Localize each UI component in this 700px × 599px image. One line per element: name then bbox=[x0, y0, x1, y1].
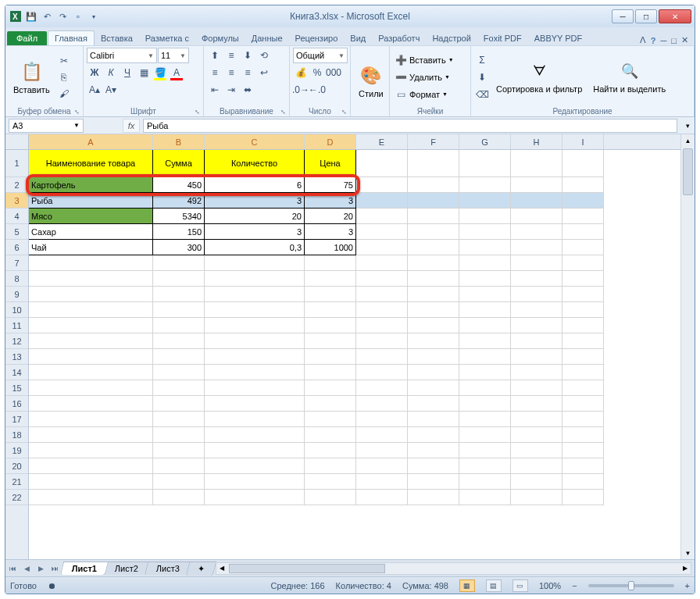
tab-review[interactable]: Рецензиро bbox=[289, 31, 345, 45]
fill-color-icon[interactable]: 🪣 bbox=[152, 65, 168, 80]
col-header-H[interactable]: H bbox=[511, 134, 562, 149]
cell-D5[interactable]: 3 bbox=[305, 224, 356, 240]
cell-A6[interactable]: Чай bbox=[29, 240, 153, 255]
cell-I8[interactable] bbox=[562, 271, 604, 287]
cell-A3[interactable]: Рыба bbox=[29, 193, 153, 209]
cell-F3[interactable] bbox=[408, 193, 459, 209]
cell-I15[interactable] bbox=[562, 380, 604, 396]
cell-F16[interactable] bbox=[408, 396, 459, 412]
cell-H6[interactable] bbox=[511, 240, 562, 255]
cell-G9[interactable] bbox=[459, 287, 511, 302]
cell-H2[interactable] bbox=[511, 177, 562, 193]
tab-dev[interactable]: Разработч bbox=[372, 31, 426, 45]
format-cells-button[interactable]: ▭Формат▼ bbox=[393, 87, 467, 102]
cell-C10[interactable] bbox=[205, 302, 305, 318]
cell-A9[interactable] bbox=[29, 287, 153, 302]
cell-H16[interactable] bbox=[511, 396, 562, 412]
delete-cells-button[interactable]: ➖Удалить▼ bbox=[393, 70, 467, 85]
cell-D14[interactable] bbox=[305, 365, 356, 380]
cell-H12[interactable] bbox=[511, 333, 562, 349]
cell-E4[interactable] bbox=[356, 209, 408, 224]
cell-E1[interactable] bbox=[356, 150, 408, 177]
align-bot-icon[interactable]: ⬇ bbox=[240, 48, 255, 63]
cell-G5[interactable] bbox=[459, 224, 511, 240]
cell-E8[interactable] bbox=[356, 271, 408, 287]
cell-B17[interactable] bbox=[153, 412, 205, 427]
copy-icon[interactable]: ⎘ bbox=[56, 70, 72, 85]
cell-F4[interactable] bbox=[408, 209, 459, 224]
clear-icon[interactable]: ⌫ bbox=[474, 87, 490, 102]
tab-insert[interactable]: Вставка bbox=[95, 31, 139, 45]
cell-D18[interactable] bbox=[305, 427, 356, 443]
cell-H11[interactable] bbox=[511, 318, 562, 333]
cell-C22[interactable] bbox=[205, 490, 305, 505]
cell-D22[interactable] bbox=[305, 490, 356, 505]
cell-G4[interactable] bbox=[459, 209, 511, 224]
cell-F7[interactable] bbox=[408, 255, 459, 271]
scroll-down-icon[interactable]: ▼ bbox=[681, 547, 695, 559]
insert-cells-button[interactable]: ➕Вставить▼ bbox=[393, 52, 467, 68]
minimize-button[interactable]: ─ bbox=[612, 9, 634, 23]
cell-G10[interactable] bbox=[459, 302, 511, 318]
cell-A8[interactable] bbox=[29, 271, 153, 287]
scroll-thumb[interactable] bbox=[683, 148, 693, 195]
border-icon[interactable]: ▦ bbox=[136, 65, 152, 80]
col-header-E[interactable]: E bbox=[356, 134, 408, 149]
row-header-15[interactable]: 15 bbox=[5, 380, 28, 396]
align-left-icon[interactable]: ≡ bbox=[207, 65, 223, 80]
cell-G3[interactable] bbox=[459, 193, 511, 209]
cell-G12[interactable] bbox=[459, 333, 511, 349]
cell-B16[interactable] bbox=[153, 396, 205, 412]
cell-I10[interactable] bbox=[562, 302, 604, 318]
row-header-16[interactable]: 16 bbox=[5, 396, 28, 412]
sheet-first-icon[interactable]: ⏮ bbox=[5, 562, 20, 576]
cell-E9[interactable] bbox=[356, 287, 408, 302]
cell-C20[interactable] bbox=[205, 458, 305, 474]
font-name-combo[interactable]: Calibri▼ bbox=[87, 48, 157, 63]
tab-addins[interactable]: Надстрой bbox=[426, 31, 477, 45]
cell-E22[interactable] bbox=[356, 490, 408, 505]
cell-F19[interactable] bbox=[408, 443, 459, 458]
cell-E5[interactable] bbox=[356, 224, 408, 240]
cell-E6[interactable] bbox=[356, 240, 408, 255]
cell-E14[interactable] bbox=[356, 365, 408, 380]
cell-A15[interactable] bbox=[29, 380, 153, 396]
fx-button[interactable]: fx bbox=[123, 119, 140, 133]
cell-F1[interactable] bbox=[408, 150, 459, 177]
row-header-8[interactable]: 8 bbox=[5, 271, 28, 287]
col-header-I[interactable]: I bbox=[562, 134, 604, 149]
cell-I21[interactable] bbox=[562, 474, 604, 490]
cell-B1[interactable]: Сумма bbox=[153, 150, 205, 177]
cell-E16[interactable] bbox=[356, 396, 408, 412]
cell-G15[interactable] bbox=[459, 380, 511, 396]
cell-A17[interactable] bbox=[29, 412, 153, 427]
redo-icon[interactable]: ↷ bbox=[55, 9, 70, 23]
row-header-11[interactable]: 11 bbox=[5, 318, 28, 333]
row-header-1[interactable]: 1 bbox=[5, 150, 28, 177]
scroll-up-icon[interactable]: ▲ bbox=[681, 134, 695, 147]
cell-G7[interactable] bbox=[459, 255, 511, 271]
cell-D10[interactable] bbox=[305, 302, 356, 318]
hscroll-left-icon[interactable]: ◀ bbox=[216, 563, 227, 574]
font-dialog-icon[interactable]: ⤡ bbox=[195, 109, 200, 116]
indent-dec-icon[interactable]: ⇤ bbox=[207, 82, 223, 98]
find-select-button[interactable]: 🔍 Найти и выделить bbox=[588, 48, 670, 106]
select-all-corner[interactable] bbox=[5, 134, 29, 150]
row-header-21[interactable]: 21 bbox=[5, 474, 28, 490]
cell-E10[interactable] bbox=[356, 302, 408, 318]
cell-A11[interactable] bbox=[29, 318, 153, 333]
tab-abbyy[interactable]: ABBYY PDF bbox=[528, 31, 589, 45]
cell-D8[interactable] bbox=[305, 271, 356, 287]
cell-B2[interactable]: 450 bbox=[153, 177, 205, 193]
cell-I3[interactable] bbox=[562, 193, 604, 209]
cell-E15[interactable] bbox=[356, 380, 408, 396]
cell-F17[interactable] bbox=[408, 412, 459, 427]
cell-I5[interactable] bbox=[562, 224, 604, 240]
cell-D20[interactable] bbox=[305, 458, 356, 474]
cell-D1[interactable]: Цена bbox=[305, 150, 356, 177]
file-tab[interactable]: Файл bbox=[7, 31, 47, 45]
cell-B12[interactable] bbox=[153, 333, 205, 349]
sheet-prev-icon[interactable]: ◀ bbox=[20, 562, 34, 576]
cell-A18[interactable] bbox=[29, 427, 153, 443]
undo-icon[interactable]: ↶ bbox=[40, 9, 54, 23]
